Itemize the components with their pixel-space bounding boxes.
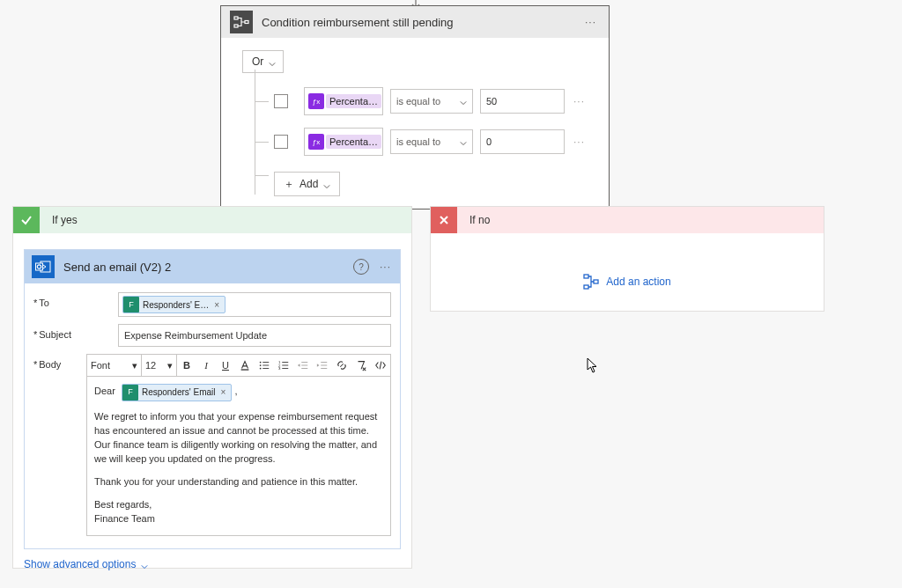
font-size-dropdown[interactable]: 12 ▾ [142, 355, 177, 376]
indent-button[interactable] [313, 355, 332, 376]
subject-label: *Subject [33, 324, 118, 340]
condition-row: ƒx Percenta… × is equal to ··· [255, 124, 596, 159]
body-sign-1: Best regards, [94, 498, 383, 512]
body-editor[interactable]: Dear F Responders' Email × , We regret t… [86, 377, 391, 536]
send-email-title: Send an email (V2) 2 [63, 261, 353, 274]
chevron-down-icon [141, 561, 148, 568]
action-more-button[interactable]: ··· [378, 261, 393, 273]
underline-button[interactable]: U [216, 355, 235, 376]
body-row: *Body Font ▾ 12 ▾ B I U [33, 350, 391, 540]
body-greeting-tail: , [234, 386, 237, 396]
to-dynamic-chip[interactable]: F Responders' E… × [122, 296, 226, 313]
svg-rect-6 [241, 369, 249, 370]
condition-body: Or ƒx Percenta… × is equal to ··· [221, 38, 609, 209]
field-value-token[interactable]: ƒx Percenta… × [304, 87, 383, 115]
operator-label: is equal to [396, 96, 440, 107]
forms-icon: F [123, 297, 139, 312]
group-operator-dropdown[interactable]: Or [242, 50, 284, 73]
caret-down-icon: ▾ [167, 360, 173, 371]
if-no-branch: If no Add an action [430, 206, 824, 312]
show-advanced-options[interactable]: Show advanced options [13, 549, 411, 579]
field-chip-label: Percenta… [326, 135, 381, 149]
body-label: *Body [33, 354, 86, 370]
action-icon [583, 274, 599, 290]
chevron-down-icon [323, 180, 330, 187]
row-checkbox[interactable] [274, 94, 288, 108]
subject-input[interactable] [118, 324, 391, 347]
field-value-token[interactable]: ƒx Percenta… × [304, 128, 383, 156]
condition-title: Condition reimbursement still pending [262, 16, 581, 29]
if-no-header: If no [431, 207, 824, 233]
group-operator-label: Or [252, 55, 263, 68]
outlook-icon [32, 255, 55, 278]
add-label: Add [299, 178, 318, 190]
body-sign-2: Finance Team [94, 512, 383, 526]
svg-rect-2 [245, 21, 248, 24]
mouse-cursor-icon [587, 357, 599, 373]
row-more-button[interactable]: ··· [573, 95, 585, 107]
italic-button[interactable]: I [196, 355, 216, 376]
operator-label: is equal to [396, 136, 440, 147]
row-checkbox[interactable] [274, 135, 288, 149]
condition-row: ƒx Percenta… × is equal to ··· [255, 84, 596, 119]
send-email-card: Send an email (V2) 2 ? ··· *To F Respond… [24, 249, 401, 549]
close-icon [431, 207, 457, 233]
to-label: *To [33, 292, 118, 308]
font-color-button[interactable] [235, 355, 255, 376]
advanced-label: Show advanced options [24, 558, 136, 570]
chip-remove-button[interactable]: × [214, 300, 219, 310]
add-action-button[interactable]: Add an action [431, 274, 824, 290]
add-action-label: Add an action [606, 276, 670, 288]
value-input[interactable] [480, 129, 565, 154]
link-button[interactable] [332, 355, 351, 376]
if-yes-header: If yes [13, 207, 411, 233]
plus-icon: ＋ [284, 177, 294, 192]
svg-rect-1 [234, 25, 238, 27]
number-list-button[interactable]: 123 [274, 355, 293, 376]
svg-point-8 [260, 364, 262, 366]
condition-header[interactable]: Condition reimbursement still pending ··… [221, 6, 609, 38]
condition-tree: ƒx Percenta… × is equal to ··· ƒx Percen… [255, 73, 596, 196]
caret-down-icon: ▾ [132, 360, 137, 371]
fx-icon: ƒx [308, 93, 324, 109]
condition-more-button[interactable]: ··· [581, 16, 600, 28]
svg-text:3: 3 [278, 366, 281, 371]
svg-rect-15 [594, 280, 598, 283]
check-icon [13, 207, 40, 233]
if-no-title: If no [469, 214, 490, 226]
outdent-button[interactable] [293, 355, 313, 376]
row-more-button[interactable]: ··· [573, 136, 585, 148]
value-input[interactable] [480, 89, 565, 114]
if-yes-branch: If yes Send an email (V2) 2 ? ··· *To F … [12, 206, 412, 569]
to-row: *To F Responders' E… × [33, 289, 391, 320]
body-chip-label: Responders' Email [142, 386, 216, 400]
font-size-label: 12 [145, 360, 156, 371]
svg-point-9 [260, 368, 262, 370]
svg-rect-13 [584, 275, 588, 278]
to-chip-label: Responders' E… [143, 300, 209, 310]
code-view-button[interactable] [371, 355, 390, 376]
svg-rect-14 [584, 285, 588, 289]
field-chip-label: Percenta… [326, 94, 381, 108]
clear-format-button[interactable] [351, 355, 371, 376]
bullet-list-button[interactable] [255, 355, 274, 376]
rte-toolbar: Font ▾ 12 ▾ B I U 123 [86, 354, 391, 377]
chevron-down-icon [269, 58, 276, 65]
help-button[interactable]: ? [353, 259, 369, 275]
chevron-down-icon [460, 138, 467, 145]
operator-dropdown[interactable]: is equal to [390, 89, 473, 114]
to-field[interactable]: F Responders' E… × [118, 292, 391, 317]
operator-dropdown[interactable]: is equal to [390, 129, 473, 154]
body-paragraph-2: Thank you for your understanding and pat… [94, 475, 383, 489]
add-connector: ＋ Add [255, 159, 596, 196]
forms-icon: F [122, 385, 138, 401]
bold-button[interactable]: B [177, 355, 196, 376]
body-greeting-line: Dear F Responders' Email × , [94, 384, 383, 401]
chip-remove-button[interactable]: × [221, 386, 226, 400]
font-family-dropdown[interactable]: Font ▾ [87, 355, 142, 376]
body-dynamic-chip[interactable]: F Responders' Email × [122, 384, 232, 401]
add-condition-button[interactable]: ＋ Add [274, 172, 340, 196]
send-email-header[interactable]: Send an email (V2) 2 ? ··· [25, 250, 400, 283]
if-yes-title: If yes [52, 214, 78, 226]
send-email-body: *To F Responders' E… × *Subject [25, 283, 400, 548]
